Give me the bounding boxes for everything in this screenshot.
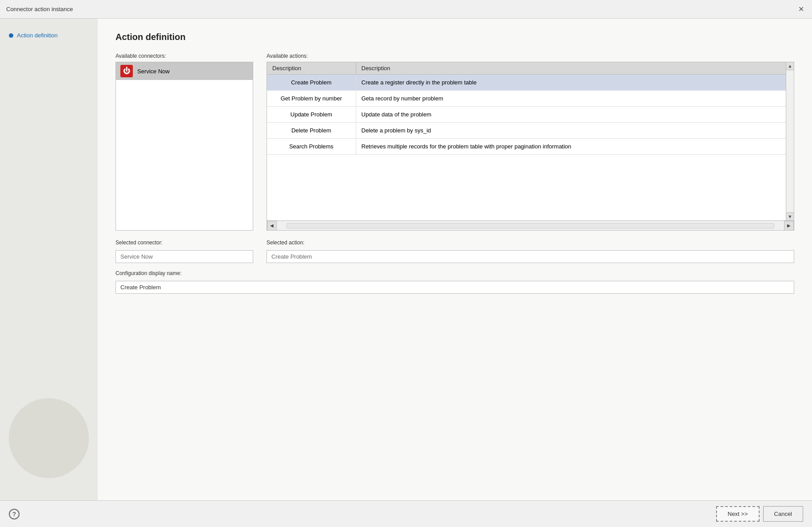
sidebar: Action definition	[0, 19, 98, 500]
selected-connector-label: Selected connector:	[115, 240, 253, 246]
main-panel: Action definition Available connectors: …	[98, 19, 812, 500]
selected-connector-group: Selected connector:	[115, 240, 253, 263]
table-scroll[interactable]: Description Description Create Problem C…	[267, 62, 794, 220]
action-name: Update Problem	[267, 107, 356, 123]
scroll-track	[287, 223, 774, 228]
dialog-body: Action definition Action definition Avai…	[0, 19, 812, 500]
power-icon: ⏻	[123, 68, 130, 75]
top-row: Available connectors: ⏻ Service Now Avai…	[115, 53, 794, 231]
selected-action-group: Selected action:	[267, 240, 794, 263]
action-row[interactable]: Create Problem Create a register directl…	[267, 75, 794, 91]
available-actions-label: Available actions:	[267, 53, 794, 59]
page-title: Action definition	[115, 32, 794, 42]
title-bar: Connector action instance ✕	[0, 0, 812, 19]
vertical-scrollbar[interactable]: ▲ ▼	[786, 62, 794, 220]
action-row[interactable]: Update Problem Update data of the proble…	[267, 107, 794, 123]
col-header-description: Description	[267, 62, 356, 75]
footer-buttons: Next >> Cancel	[716, 506, 803, 522]
available-connectors-label: Available connectors:	[115, 53, 253, 59]
connectors-section: Available connectors: ⏻ Service Now	[115, 53, 253, 231]
connector-item-service-now[interactable]: ⏻ Service Now	[116, 62, 253, 80]
next-button[interactable]: Next >>	[716, 506, 760, 522]
action-name: Create Problem	[267, 75, 356, 91]
action-description: Geta record by number problem	[356, 91, 794, 107]
sidebar-watermark	[9, 39, 89, 487]
connector-item-label: Service Now	[137, 68, 170, 75]
config-display-name-input[interactable]	[115, 281, 794, 294]
action-name: Delete Problem	[267, 123, 356, 139]
service-now-icon: ⏻	[120, 65, 133, 77]
col-header-description2: Description	[356, 62, 794, 75]
horizontal-scrollbar[interactable]: ◀ ▶	[267, 220, 794, 230]
scroll-left-btn[interactable]: ◀	[267, 221, 277, 231]
scroll-right-btn[interactable]: ▶	[784, 221, 794, 231]
selected-connector-input[interactable]	[115, 250, 253, 263]
config-display-name-section: Configuration display name:	[115, 270, 794, 294]
selected-action-label: Selected action:	[267, 240, 794, 246]
close-button[interactable]: ✕	[796, 5, 806, 14]
action-row[interactable]: Search Problems Retrieves multiple recor…	[267, 139, 794, 155]
action-name: Search Problems	[267, 139, 356, 155]
bottom-row: Selected connector: Selected action:	[115, 240, 794, 263]
connectors-list[interactable]: ⏻ Service Now	[115, 62, 253, 231]
action-row[interactable]: Delete Problem Delete a problem by sys_i…	[267, 123, 794, 139]
window-title: Connector action instance	[6, 6, 73, 12]
config-display-name-label: Configuration display name:	[115, 270, 794, 276]
cancel-button[interactable]: Cancel	[763, 506, 803, 522]
actions-table-wrapper: ▲ ▼ Description Description	[267, 62, 794, 231]
actions-table: Description Description Create Problem C…	[267, 62, 794, 155]
action-description: Delete a problem by sys_id	[356, 123, 794, 139]
sidebar-dot	[9, 33, 13, 38]
action-name: Get Problem by number	[267, 91, 356, 107]
action-description: Update data of the problem	[356, 107, 794, 123]
scroll-down-btn[interactable]: ▼	[786, 212, 794, 220]
scroll-up-btn[interactable]: ▲	[786, 62, 794, 70]
action-description: Create a register directly in the proble…	[356, 75, 794, 91]
help-button[interactable]: ?	[9, 509, 20, 519]
selected-action-input[interactable]	[267, 250, 794, 263]
footer: ? Next >> Cancel	[0, 500, 812, 527]
watermark-shape	[9, 398, 89, 478]
action-row[interactable]: Get Problem by number Geta record by num…	[267, 91, 794, 107]
sidebar-item-action-definition[interactable]: Action definition	[9, 32, 89, 39]
actions-section: Available actions: ▲ ▼ Description Descr…	[267, 53, 794, 231]
sidebar-item-label: Action definition	[17, 32, 58, 39]
action-description: Retrieves multiple records for the probl…	[356, 139, 794, 155]
